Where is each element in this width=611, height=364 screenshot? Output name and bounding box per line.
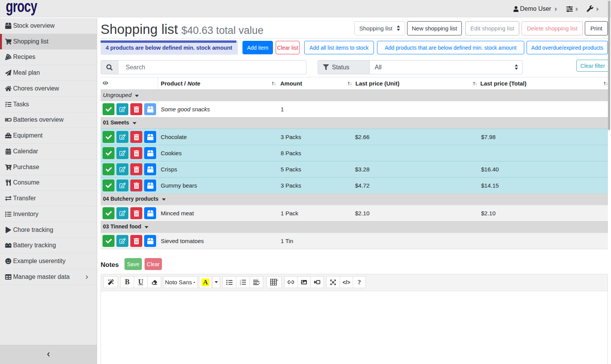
svg-text:3: 3 [240, 283, 241, 285]
